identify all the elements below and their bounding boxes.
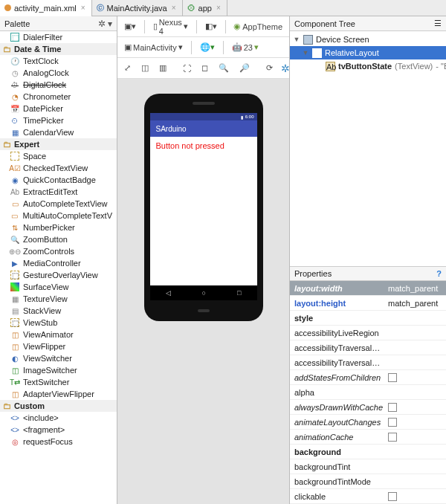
- tab-main-activity[interactable]: ⓒ MainActivity.java ×: [92, 0, 183, 16]
- theme-selector[interactable]: ◉ AppTheme: [231, 20, 285, 33]
- android-appbar: SArduino: [150, 120, 257, 137]
- palette-item[interactable]: ⇅NumberPicker: [0, 222, 117, 233]
- palette-item[interactable]: Space: [0, 150, 117, 162]
- property-row[interactable]: style: [290, 311, 446, 326]
- property-value[interactable]: match_parent: [385, 299, 446, 308]
- property-row[interactable]: animateLayoutChanges: [290, 415, 446, 430]
- palette-item[interactable]: A☑CheckedTextView: [0, 162, 117, 174]
- palette-item[interactable]: ⊕⊖ZoomControls: [0, 245, 117, 257]
- palette-item[interactable]: T⇄TextSwitcher: [0, 376, 117, 388]
- palette-item[interactable]: ▤StackView: [0, 305, 117, 317]
- device-screen[interactable]: ▮ 6:00 SArduino Button not pressed ◁ ○ □: [150, 113, 257, 300]
- tree-root[interactable]: ▼ Device Screen: [290, 33, 446, 46]
- device-config-button[interactable]: ▣▾: [122, 20, 138, 33]
- zoom-actual-button[interactable]: ◻: [199, 62, 210, 74]
- expand-icon[interactable]: ▼: [293, 36, 300, 43]
- palette-item[interactable]: <><fragment>: [0, 424, 117, 436]
- tvbuttonstate-preview[interactable]: Button not pressed: [150, 137, 257, 155]
- property-row[interactable]: clickable: [290, 489, 446, 504]
- property-row[interactable]: alwaysDrawnWithCache: [290, 400, 446, 415]
- palette-item[interactable]: ◫ViewAnimator: [0, 329, 117, 340]
- design-canvas[interactable]: ▮ 6:00 SArduino Button not pressed ◁ ○ □: [117, 79, 289, 504]
- zoom-fit-button[interactable]: ⛶: [181, 62, 193, 74]
- settings-icon[interactable]: ✲: [281, 62, 289, 74]
- palette-item[interactable]: SurfaceView: [0, 281, 117, 293]
- palette-item[interactable]: ◔Chronometer: [0, 91, 117, 103]
- palette-item[interactable]: ▦CalendarView: [0, 126, 117, 138]
- palette-item[interactable]: ⬚GestureOverlayView: [0, 269, 117, 281]
- expand-icon[interactable]: ▼: [302, 49, 309, 56]
- property-value[interactable]: [385, 492, 446, 501]
- palette-item[interactable]: ◫ViewFlipper: [0, 340, 117, 352]
- properties-table[interactable]: layout:widthmatch_parentlayout:heightmat…: [290, 281, 446, 504]
- tree-tvbuttonstate[interactable]: Ab tvButtonState (TextView) - "B: [290, 59, 446, 73]
- orientation-button[interactable]: ◧▾: [203, 20, 219, 33]
- property-row[interactable]: layout:heightmatch_parent: [290, 296, 446, 311]
- palette-item[interactable]: ▶MediaController: [0, 257, 117, 269]
- help-icon[interactable]: ?: [436, 269, 442, 278]
- palette-category-expert[interactable]: 🗀 Expert: [0, 138, 117, 150]
- property-value[interactable]: [385, 418, 446, 427]
- palette-item[interactable]: ⬚ DialerFilter: [0, 31, 117, 43]
- close-icon[interactable]: ×: [81, 4, 85, 12]
- palette-item[interactable]: ◫ImageSwitcher: [0, 364, 117, 376]
- palette-item[interactable]: 🕐TextClock: [0, 55, 117, 67]
- zoom-out-button[interactable]: 🔎: [237, 62, 252, 74]
- checkbox[interactable]: [388, 403, 397, 412]
- locale-selector[interactable]: 🌐▾: [198, 41, 217, 54]
- refresh-button[interactable]: ⟳: [264, 62, 275, 74]
- tab-app[interactable]: ⭙ app ×: [183, 0, 227, 16]
- palette-item[interactable]: <><include>: [0, 412, 117, 424]
- property-row[interactable]: alpha: [290, 385, 446, 400]
- zoom-in-button[interactable]: 🔍: [216, 62, 231, 74]
- property-row[interactable]: animationCache: [290, 430, 446, 445]
- property-row[interactable]: layout:widthmatch_parent: [290, 281, 446, 296]
- palette-item[interactable]: ⏲TimePicker: [0, 114, 117, 126]
- checkbox[interactable]: [388, 492, 397, 501]
- property-value[interactable]: [385, 373, 446, 382]
- property-row[interactable]: accessibilityTraversalAfte: [290, 340, 446, 355]
- property-row[interactable]: background: [290, 445, 446, 459]
- palette-category-custom[interactable]: 🗀 Custom: [0, 400, 117, 412]
- palette-item[interactable]: ◫AdapterViewFlipper: [0, 388, 117, 400]
- property-row[interactable]: accessibilityLiveRegion: [290, 326, 446, 340]
- align-button[interactable]: ◫: [139, 62, 151, 74]
- component-tree[interactable]: ▼ Device Screen ▼ RelativeLayout Ab tvBu…: [290, 31, 446, 74]
- palette-list[interactable]: ⬚ DialerFilter 🗀 Date & Time 🕐TextClock …: [0, 31, 117, 504]
- property-row[interactable]: backgroundTint: [290, 459, 446, 474]
- activity-selector[interactable]: ▣ MainActivity▾: [122, 41, 185, 54]
- palette-item[interactable]: ◉QuickContactBadge: [0, 174, 117, 186]
- api-selector[interactable]: 🤖 23▾: [230, 41, 261, 54]
- palette-item[interactable]: ⬚ViewStub: [0, 317, 117, 329]
- palette-item[interactable]: ⏱DigitalClock: [0, 79, 117, 91]
- checkbox[interactable]: [388, 433, 397, 442]
- property-value[interactable]: [385, 403, 446, 412]
- property-value[interactable]: match_parent: [385, 284, 446, 293]
- palette-item[interactable]: 📅DatePicker: [0, 103, 117, 114]
- close-icon[interactable]: ×: [172, 4, 176, 12]
- palette-item[interactable]: 🔍ZoomButton: [0, 233, 117, 245]
- tab-activity-main[interactable]: activity_main.xml ×: [0, 0, 92, 16]
- gear-icon[interactable]: ✲ ▾: [98, 19, 112, 29]
- palette-item[interactable]: ▭MultiAutoCompleteTextV: [0, 210, 117, 222]
- property-row[interactable]: addStatesFromChildren: [290, 370, 446, 385]
- palette-item[interactable]: ◷AnalogClock: [0, 67, 117, 79]
- toggle-viewport-button[interactable]: ⤢: [122, 62, 133, 74]
- designer-toolbar-2: ▣ MainActivity▾ 🌐▾ 🤖 23▾: [117, 37, 289, 58]
- panel-menu-icon[interactable]: ☰: [434, 19, 442, 28]
- device-selector[interactable]: ▯ Nexus 4▾: [151, 16, 190, 37]
- checkbox[interactable]: [388, 373, 397, 382]
- palette-item[interactable]: AbExtractEditText: [0, 186, 117, 198]
- palette-category-datetime[interactable]: 🗀 Date & Time: [0, 43, 117, 55]
- property-value[interactable]: [385, 433, 446, 442]
- palette-item[interactable]: ◎requestFocus: [0, 436, 117, 448]
- property-row[interactable]: accessibilityTraversalBefo: [290, 355, 446, 370]
- tree-relativelayout[interactable]: ▼ RelativeLayout: [290, 46, 446, 59]
- design-mode-button[interactable]: ▥: [157, 62, 169, 74]
- close-icon[interactable]: ×: [216, 4, 221, 12]
- property-row[interactable]: backgroundTintMode: [290, 474, 446, 489]
- palette-item[interactable]: ◐ViewSwitcher: [0, 352, 117, 364]
- checkbox[interactable]: [388, 418, 397, 427]
- palette-item[interactable]: ▦TextureView: [0, 293, 117, 305]
- palette-item[interactable]: ▭AutoCompleteTextView: [0, 198, 117, 210]
